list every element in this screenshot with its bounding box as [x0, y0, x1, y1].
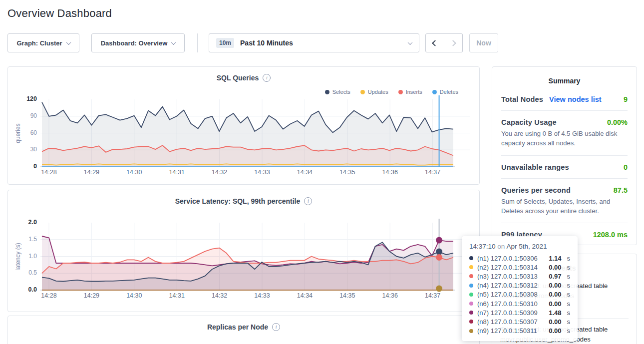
- time-prev-button[interactable]: [425, 33, 444, 52]
- x-axis-tick: 14:34: [290, 169, 320, 176]
- sql-queries-plot[interactable]: 030609012014:2814:2914:3014:3114:3214:33…: [8, 67, 479, 184]
- chevron-right-icon: [450, 40, 456, 46]
- node-latency-value: 0.00: [549, 282, 561, 289]
- summary-label: Queries per second: [501, 186, 571, 194]
- chart-title-row: Replicas per Node i: [8, 323, 479, 331]
- replicas-per-node-card: Replicas per Node i: [7, 316, 480, 344]
- node-color-dot: [469, 329, 473, 333]
- x-axis-tick: 14:37: [418, 292, 448, 299]
- latency-unit: s: [567, 318, 571, 326]
- x-axis-tick: 14:30: [119, 292, 149, 299]
- tooltip-row: (n2) 127.0.0.1:503140.00s: [469, 263, 570, 272]
- chart-title: Replicas per Node: [207, 323, 268, 331]
- graph-dropdown-label: Graph: Cluster: [16, 39, 62, 47]
- node-address: (n4) 127.0.0.1:50312: [477, 282, 538, 289]
- x-axis-tick: 14:34: [290, 292, 320, 299]
- x-axis-tick: 14:35: [332, 292, 362, 299]
- latency-unit: s: [567, 282, 571, 289]
- node-latency-value: 0.00: [549, 300, 561, 308]
- y-axis-label-text: queries: [14, 123, 21, 143]
- x-axis-tick: 14:28: [34, 292, 64, 299]
- tooltip-row: (n8) 127.0.0.1:503070.00s: [469, 317, 570, 326]
- hover-data-dot: [436, 286, 442, 292]
- node-address: (n1) 127.0.0.1:50306: [477, 255, 538, 262]
- node-color-dot: [469, 274, 473, 278]
- service-latency-card: Service Latency: SQL, 99th percentile i …: [7, 190, 480, 312]
- latency-unit: s: [567, 264, 571, 271]
- node-latency-value: 0.00: [549, 327, 561, 335]
- summary-row: Total NodesView nodes list9: [501, 88, 628, 111]
- graph-dropdown[interactable]: Graph: Cluster: [7, 33, 79, 52]
- node-address: (n8) 127.0.0.1:50307: [477, 318, 538, 326]
- summary-row: Capacity Usage0.00%You are using 0 B of …: [501, 111, 628, 156]
- y-axis-label: queries: [9, 99, 27, 167]
- node-color-dot: [469, 320, 473, 324]
- chart-canvas[interactable]: [40, 99, 470, 167]
- latency-unit: s: [567, 300, 571, 308]
- x-axis-tick: 14:36: [375, 169, 405, 176]
- x-axis-tick: 14:30: [119, 169, 149, 176]
- summary-row: Unavailable ranges0: [501, 156, 628, 179]
- tooltip-row: (n4) 127.0.0.1:503120.00s: [469, 281, 570, 290]
- service-latency-plot[interactable]: 0.00.51.01.52.014:2814:2914:3014:3114:32…: [8, 190, 479, 312]
- latency-unit: s: [567, 291, 571, 298]
- toolbar: Graph: Cluster Dashboard: Overview 10m P…: [0, 33, 644, 53]
- chevron-down-icon: [171, 40, 176, 45]
- x-axis-tick: 14:33: [247, 292, 277, 299]
- x-axis-tick: 14:32: [205, 169, 235, 176]
- summary-label: Total Nodes: [501, 95, 543, 103]
- tooltip-row: (n7) 127.0.0.1:503091.48s: [469, 308, 570, 317]
- summary-label: Unavailable ranges: [501, 163, 569, 171]
- tooltip-timestamp: 14:37:10 on Apr 5th, 2021: [469, 243, 570, 250]
- node-color-dot: [469, 256, 473, 260]
- latency-unit: s: [567, 273, 571, 280]
- node-color-dot: [469, 284, 473, 288]
- y-axis-label-text: latency (s): [14, 243, 21, 270]
- dashboard-dropdown[interactable]: Dashboard: Overview: [91, 33, 185, 52]
- sql-queries-card: SQL Queries i SelectsUpdatesInsertsDelet…: [7, 66, 480, 185]
- x-axis-tick: 14:29: [76, 169, 106, 176]
- summary-label: Capacity Usage: [501, 118, 557, 126]
- node-latency-value: 0.97: [549, 273, 561, 280]
- y-axis-label: latency (s): [9, 223, 27, 290]
- hover-data-dot: [436, 254, 442, 261]
- x-axis-tick: 14:36: [375, 292, 405, 299]
- summary-value: 87.5: [614, 186, 628, 194]
- view-nodes-list-link[interactable]: View nodes list: [549, 95, 602, 103]
- summary-subtext: Sum of Selects, Updates, Inserts, and De…: [501, 197, 628, 216]
- tooltip-rows: (n1) 127.0.0.1:503061.14s(n2) 127.0.0.1:…: [469, 254, 570, 336]
- chart-canvas[interactable]: [40, 223, 470, 290]
- x-axis-tick: 14:35: [332, 169, 362, 176]
- node-latency-value: 0.00: [549, 318, 561, 326]
- time-range-badge: 10m: [216, 38, 234, 48]
- node-color-dot: [469, 311, 473, 315]
- chevron-left-icon: [432, 40, 438, 46]
- node-latency-value: 1.14: [549, 255, 561, 262]
- summary-panel: Summary Total NodesView nodes list9Capac…: [492, 66, 637, 245]
- overview-dashboard-page: Overview Dashboard Graph: Cluster Dashbo…: [0, 0, 644, 344]
- x-axis-tick: 14:31: [162, 292, 192, 299]
- node-address: (n5) 127.0.0.1:50308: [477, 291, 538, 298]
- now-button[interactable]: Now: [469, 33, 498, 52]
- tooltip-row: (n6) 127.0.0.1:503100.00s: [469, 299, 570, 308]
- node-address: (n3) 127.0.0.1:50313: [477, 273, 538, 280]
- info-icon[interactable]: i: [272, 323, 280, 331]
- x-axis-tick: 14:29: [76, 292, 106, 299]
- x-axis-tick: 14:33: [247, 169, 277, 176]
- tooltip-row: (n3) 127.0.0.1:503130.97s: [469, 272, 570, 281]
- summary-value: 1208.0 ms: [593, 231, 628, 239]
- chevron-down-icon: [408, 40, 413, 45]
- summary-rows: Total NodesView nodes list9Capacity Usag…: [492, 85, 637, 246]
- node-latency-value: 0.00: [549, 291, 561, 298]
- node-address: (n9) 127.0.0.1:50311: [477, 327, 537, 335]
- time-range-select[interactable]: 10m Past 10 Minutes: [209, 33, 419, 52]
- tooltip-row: (n5) 127.0.0.1:503080.00s: [469, 290, 570, 299]
- node-color-dot: [469, 265, 473, 269]
- summary-value: 0.00%: [607, 118, 628, 126]
- hover-data-dot: [436, 249, 442, 255]
- hover-data-dot: [436, 237, 442, 244]
- summary-subtext: You are using 0 B of 4.5 GiB usable disk…: [501, 129, 628, 148]
- x-axis-tick: 14:31: [162, 169, 192, 176]
- x-axis-tick: 14:37: [418, 169, 448, 176]
- time-next-button[interactable]: [444, 33, 463, 52]
